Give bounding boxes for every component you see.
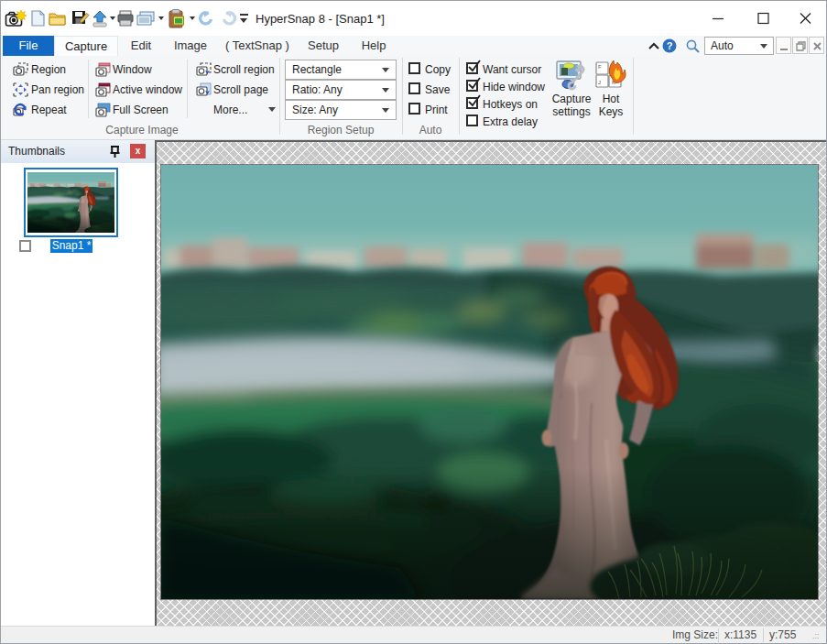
svg-text:F: F: [598, 64, 602, 70]
svg-text:J: J: [598, 80, 601, 85]
svg-text:?: ?: [667, 40, 673, 51]
